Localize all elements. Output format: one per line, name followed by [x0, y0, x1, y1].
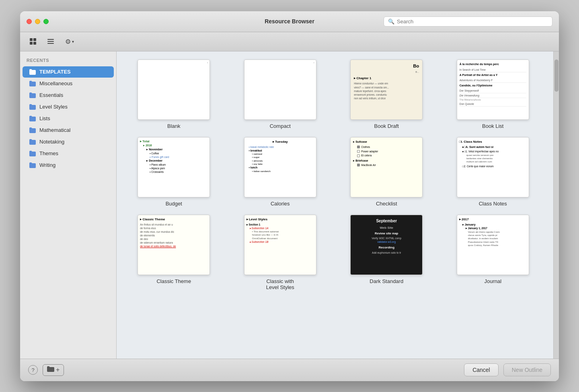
sidebar-item-themes[interactable]: Themes — [23, 148, 114, 159]
template-item-journal[interactable]: ▸ 2017 ▸ January ▸ January 1, 2017 Verum… — [444, 215, 542, 290]
template-label-calories: Calories — [271, 201, 290, 207]
template-label-budget: Budget — [166, 201, 182, 207]
sidebar-item-mathematical-label: Mathematical — [39, 127, 70, 133]
svg-rect-3 — [33, 42, 36, 45]
folder-icon — [29, 150, 36, 157]
main-content: RECENTS TEMPLATES Miscellaneous — [20, 51, 559, 359]
resource-browser-window: Resource Browser 🔍 ⚙ ▾ — [20, 11, 559, 381]
template-thumb-blank: ▪ — [138, 60, 210, 120]
template-label-journal: Journal — [484, 278, 501, 284]
minimize-button[interactable] — [35, 19, 40, 24]
sidebar-item-writing[interactable]: Writing — [23, 160, 114, 171]
template-label-book-draft: Book Draft — [374, 123, 399, 129]
new-folder-label: + — [56, 366, 60, 374]
cancel-button[interactable]: Cancel — [464, 363, 499, 376]
gear-dropdown-icon: ▾ — [72, 39, 74, 44]
template-thumb-book-draft: Bo B... ▸ Chapter 1 Hieme conduntur — un… — [350, 60, 423, 120]
folder-icon — [29, 68, 36, 76]
folder-icon — [29, 92, 36, 99]
template-thumb-classic-theme: ▸ Classic Theme An finitus sit mundus et… — [138, 215, 210, 275]
folder-icon — [29, 138, 36, 146]
folder-icon — [29, 127, 36, 134]
template-label-checklist: Checklist — [376, 201, 397, 207]
template-item-classic-level-styles[interactable]: ▸ Level Styles ▸ Section 1 ▸ Subsection … — [231, 215, 330, 290]
template-item-class-notes[interactable]: □I. Class Notes ▸□A. Sunt autem fuci si … — [444, 137, 542, 207]
template-item-book-list[interactable]: À la recherche du temps perc In Search o… — [444, 60, 542, 129]
scrollbar-track[interactable] — [553, 51, 559, 359]
template-label-book-list: Book List — [482, 123, 503, 129]
gear-menu-button[interactable]: ⚙ ▾ — [62, 36, 77, 47]
sidebar-item-writing-label: Writing — [39, 162, 55, 168]
template-item-checklist[interactable]: ▸ Suitcase Clothes Power adapter — [337, 137, 436, 207]
svg-rect-4 — [47, 39, 54, 40]
sidebar: RECENTS TEMPLATES Miscellaneous — [20, 51, 117, 359]
folder-icon — [29, 162, 36, 169]
folder-icon — [29, 80, 36, 87]
svg-rect-0 — [30, 38, 33, 41]
folder-icon — [29, 115, 36, 122]
footer-left: ? + — [28, 364, 64, 376]
sidebar-item-lists-label: Lists — [39, 115, 50, 121]
search-bar[interactable]: 🔍 — [384, 16, 552, 27]
footer: ? + Cancel New Outline — [20, 359, 559, 381]
titlebar: Resource Browser 🔍 — [20, 11, 559, 32]
template-label-dark-standard: Dark Standard — [370, 278, 403, 284]
list-view-button[interactable] — [44, 36, 57, 47]
help-label: ? — [31, 367, 34, 373]
template-item-budget[interactable]: ▸ Total ▸ 2016 ▸ November • Coffee • iTu… — [125, 137, 223, 207]
sidebar-item-miscellaneous[interactable]: Miscellaneous — [23, 78, 114, 89]
new-folder-button[interactable]: + — [43, 364, 64, 376]
template-label-compact: Compact — [270, 123, 291, 129]
traffic-lights — [27, 19, 49, 24]
svg-rect-2 — [30, 42, 33, 45]
sidebar-item-lists[interactable]: Lists — [23, 113, 114, 124]
folder-icon — [29, 103, 36, 111]
help-button[interactable]: ? — [28, 365, 38, 375]
template-thumb-budget: ▸ Total ▸ 2016 ▸ November • Coffee • iTu… — [138, 137, 210, 197]
template-grid: ▪ Blank ▪ Compact Bo B... — [125, 60, 545, 290]
close-button[interactable] — [27, 19, 32, 24]
template-thumb-dark-standard: September Web Site Review site map Verif… — [350, 215, 423, 275]
template-thumb-calories: ▸ Tuesday • basal metabolic rate • break… — [244, 137, 316, 197]
template-label-class-notes: Class Notes — [479, 201, 507, 207]
new-outline-button[interactable]: New Outline — [503, 363, 551, 376]
sidebar-item-templates[interactable]: TEMPLATES — [23, 66, 114, 78]
search-input[interactable] — [397, 18, 548, 25]
recents-label: RECENTS — [20, 58, 116, 66]
template-thumb-class-notes: □I. Class Notes ▸□A. Sunt autem fuci si … — [457, 137, 529, 197]
maximize-button[interactable] — [43, 19, 49, 24]
svg-rect-5 — [47, 41, 54, 42]
window-title: Resource Browser — [265, 18, 314, 25]
template-item-blank[interactable]: ▪ Blank — [125, 60, 223, 129]
content-area: ▪ Blank ▪ Compact Bo B... — [117, 51, 553, 359]
sidebar-item-miscellaneous-label: Miscellaneous — [39, 80, 72, 86]
search-icon: 🔍 — [388, 18, 394, 25]
scrollbar-thumb[interactable] — [554, 60, 558, 92]
template-item-classic-theme[interactable]: ▸ Classic Theme An finitus sit mundus et… — [125, 215, 223, 290]
template-item-dark-standard[interactable]: September Web Site Review site map Verif… — [337, 215, 436, 290]
svg-rect-6 — [47, 43, 54, 44]
footer-right: Cancel New Outline — [464, 363, 551, 376]
sidebar-item-mathematical[interactable]: Mathematical — [23, 125, 114, 136]
sidebar-item-level-styles-label: Level Styles — [39, 104, 68, 110]
gear-icon: ⚙ — [65, 38, 71, 45]
sidebar-item-themes-label: Themes — [39, 150, 58, 156]
folder-icon — [47, 366, 54, 374]
template-item-compact[interactable]: ▪ Compact — [231, 60, 330, 129]
template-item-calories[interactable]: ▸ Tuesday • basal metabolic rate • break… — [231, 137, 330, 207]
template-thumb-compact: ▪ — [244, 60, 316, 120]
template-item-book-draft[interactable]: Bo B... ▸ Chapter 1 Hieme conduntur — un… — [337, 60, 436, 129]
template-thumb-checklist: ▸ Suitcase Clothes Power adapter — [350, 137, 423, 197]
template-thumb-book-list: À la recherche du temps perc In Search o… — [457, 60, 529, 120]
template-thumb-journal: ▸ 2017 ▸ January ▸ January 1, 2017 Verum… — [457, 215, 529, 275]
sidebar-item-notetaking-label: Notetaking — [39, 139, 64, 145]
sidebar-item-essentials-label: Essentials — [39, 92, 63, 98]
template-label-classic-theme: Classic Theme — [156, 278, 191, 284]
sidebar-item-essentials[interactable]: Essentials — [23, 90, 114, 101]
template-thumb-classic-level-styles: ▸ Level Styles ▸ Section 1 ▸ Subsection … — [244, 215, 316, 275]
svg-rect-1 — [33, 38, 36, 41]
sidebar-item-level-styles[interactable]: Level Styles — [23, 101, 114, 113]
grid-view-button[interactable] — [27, 36, 39, 47]
sidebar-item-notetaking[interactable]: Notetaking — [23, 136, 114, 148]
template-label-blank: Blank — [167, 123, 181, 129]
